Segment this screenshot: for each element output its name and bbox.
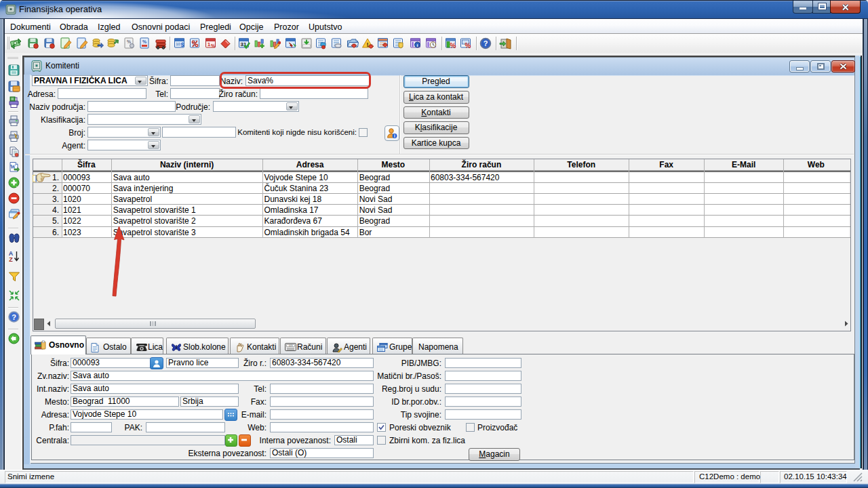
- svg-text:i: i: [394, 134, 395, 138]
- svg-text:%: %: [127, 39, 132, 44]
- svg-text:%: %: [142, 39, 147, 44]
- svg-text:!: !: [367, 41, 369, 48]
- svg-text:i: i: [417, 43, 418, 48]
- svg-text:10: 10: [176, 42, 180, 46]
- svg-text:123: 123: [289, 344, 293, 347]
- svg-text:$: $: [180, 41, 184, 48]
- svg-text:%: %: [211, 43, 216, 48]
- svg-text:%: %: [450, 42, 456, 49]
- svg-text:?: ?: [484, 39, 488, 47]
- svg-text:?: ?: [12, 313, 16, 321]
- svg-text:%: %: [465, 42, 471, 49]
- svg-text:Z: Z: [9, 256, 13, 263]
- svg-text:1: 1: [208, 41, 210, 47]
